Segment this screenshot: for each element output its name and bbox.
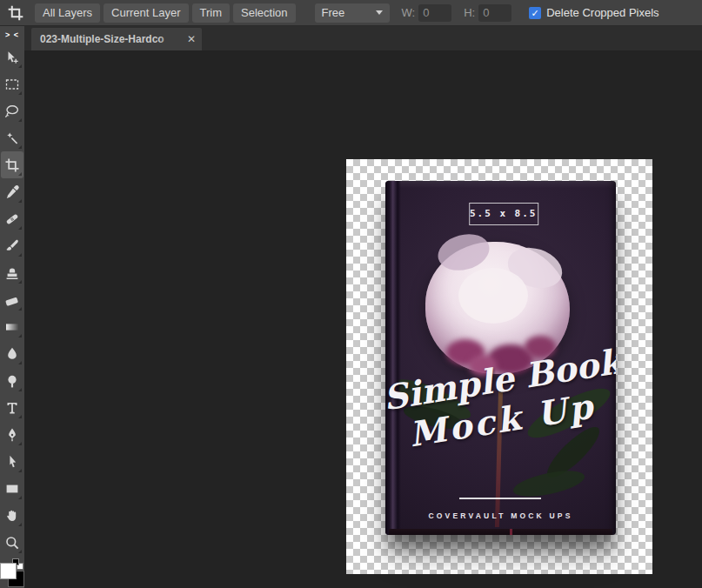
tool-pen[interactable] [1, 421, 23, 448]
type-icon [4, 400, 20, 416]
selection-button[interactable]: Selection [233, 3, 295, 23]
document-canvas[interactable]: 5.5 x 8.5 Simple Book Mock Up COVERVAULT… [346, 159, 652, 574]
book-size-label: 5.5 x 8.5 [469, 203, 538, 225]
move-icon [4, 50, 20, 65]
pen-icon [4, 427, 20, 443]
book-divider-line [459, 498, 541, 499]
color-swatches[interactable] [0, 557, 24, 588]
toolbar-collapse-toggle[interactable]: > < [5, 26, 19, 43]
current-layer-button[interactable]: Current Layer [104, 3, 188, 23]
zoom-icon [4, 535, 20, 551]
book-footer-text: COVERVAULT MOCK UPS [385, 511, 616, 520]
rect-shape-icon [4, 481, 20, 497]
image-editor-app: All Layers Current Layer Trim Selection … [0, 0, 702, 588]
clone-stamp-icon [4, 265, 20, 281]
book-spine [385, 181, 401, 535]
lasso-icon [4, 104, 20, 119]
eraser-icon [4, 292, 20, 308]
tool-brush[interactable] [1, 232, 23, 259]
trim-button[interactable]: Trim [192, 3, 231, 23]
aspect-ratio-select[interactable]: Free [315, 3, 390, 23]
width-label: W: [402, 6, 416, 19]
rect-select-icon [4, 77, 20, 92]
crop-width-input[interactable] [418, 4, 451, 22]
close-tab-icon[interactable]: ✕ [181, 33, 202, 45]
tool-dodge[interactable] [1, 367, 23, 394]
foreground-color-swatch[interactable] [0, 563, 17, 579]
tool-clone-stamp[interactable] [1, 259, 23, 286]
tool-gradient[interactable] [1, 313, 23, 340]
tab-title-fade [158, 28, 181, 50]
book-pages-edge [389, 529, 612, 535]
document-tab[interactable]: 023-Multiple-Size-Hardco ✕ [31, 28, 202, 50]
gradient-icon [4, 319, 20, 335]
tool-zoom[interactable] [1, 529, 23, 556]
tool-eyedropper[interactable] [1, 178, 23, 205]
delete-cropped-pixels-label: Delete Cropped Pixels [546, 6, 659, 19]
crop-icon [4, 157, 20, 173]
chevron-down-icon [376, 10, 383, 15]
tool-move[interactable] [1, 43, 23, 70]
tool-type[interactable] [1, 394, 23, 421]
hand-icon [4, 508, 20, 524]
tool-eraser[interactable] [1, 286, 23, 313]
magic-wand-icon [4, 130, 20, 146]
book-mockup: 5.5 x 8.5 Simple Book Mock Up COVERVAULT… [385, 181, 616, 535]
tool-rect-select[interactable] [1, 70, 23, 97]
healing-icon [4, 211, 20, 227]
tool-magic-wand[interactable] [1, 124, 23, 151]
brush-icon [4, 238, 20, 254]
document-tabbar: 023-Multiple-Size-Hardco ✕ [24, 26, 702, 50]
aspect-ratio-value: Free [322, 6, 376, 19]
workspace: 5.5 x 8.5 Simple Book Mock Up COVERVAULT… [24, 50, 702, 588]
tool-path-select[interactable] [1, 448, 23, 475]
tool-hand[interactable] [1, 502, 23, 529]
tools-sidebar: > < [0, 26, 24, 588]
blur-icon [4, 346, 20, 362]
tool-rect-shape[interactable] [1, 475, 23, 502]
all-layers-button[interactable]: All Layers [35, 3, 100, 23]
crop-height-input[interactable] [478, 4, 511, 22]
path-select-icon [4, 454, 20, 470]
checkbox-checked-icon: ✓ [529, 7, 541, 19]
tool-list [1, 43, 23, 556]
tool-lasso[interactable] [1, 97, 23, 124]
dodge-icon [4, 373, 20, 389]
tool-blur[interactable] [1, 340, 23, 367]
tool-crop[interactable] [1, 151, 23, 178]
tool-healing[interactable] [1, 205, 23, 232]
crop-icon [7, 4, 24, 22]
height-label: H: [464, 6, 475, 19]
bookmark-ribbon [510, 529, 512, 535]
delete-cropped-pixels-checkbox[interactable]: ✓ Delete Cropped Pixels [529, 6, 659, 19]
eyedropper-icon [4, 184, 20, 200]
tool-options-bar: All Layers Current Layer Trim Selection … [0, 0, 702, 26]
